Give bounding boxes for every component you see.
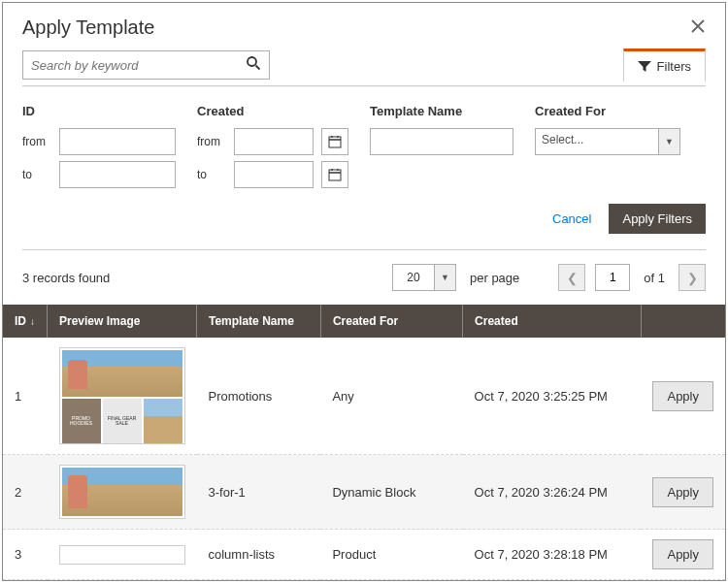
col-name[interactable]: Template Name: [197, 305, 321, 338]
search-icon[interactable]: [246, 55, 261, 75]
prev-page-button[interactable]: ❮: [558, 264, 585, 291]
filter-actions: Cancel Apply Filters: [3, 198, 725, 249]
modal-title: Apply Template: [22, 16, 154, 39]
chevron-down-icon[interactable]: ▼: [659, 128, 680, 155]
records-found: 3 records found: [22, 271, 110, 285]
cancel-link[interactable]: Cancel: [552, 211, 591, 226]
from-label: from: [197, 135, 226, 148]
id-to-input[interactable]: [59, 161, 176, 188]
col-preview[interactable]: Preview Image: [48, 305, 197, 338]
cell-created-for: Any: [320, 338, 462, 455]
table-row: 1 PROMO HOODIES FINAL GEAR SALE Promotio…: [3, 338, 725, 455]
filter-id: ID from to: [22, 104, 176, 188]
table-row: 3 column-lists Product Oct 7, 2020 3:28:…: [3, 530, 725, 580]
calendar-icon[interactable]: [321, 128, 348, 155]
toolbar: Filters: [3, 49, 725, 85]
next-page-button[interactable]: ❯: [678, 264, 706, 291]
filters-panel: ID from to Created from to Template Name…: [3, 86, 725, 198]
id-from-input[interactable]: [59, 128, 176, 155]
to-label: to: [22, 168, 51, 181]
created-from-input[interactable]: [234, 128, 314, 155]
cell-created-for: Dynamic Block: [320, 455, 462, 530]
from-label: from: [22, 135, 51, 148]
filter-created-label: Created: [197, 104, 348, 118]
to-label: to: [197, 168, 226, 181]
col-actions: [641, 305, 725, 338]
cell-created-for: Product: [320, 530, 462, 580]
cell-created: Oct 7, 2020 3:28:18 PM: [463, 530, 642, 580]
apply-row-button[interactable]: Apply: [652, 381, 713, 411]
apply-row-button[interactable]: Apply: [652, 539, 713, 569]
select-value: Select...: [535, 128, 659, 155]
search-box[interactable]: [22, 50, 270, 80]
cell-id: 2: [3, 455, 48, 530]
table-row: 2 3-for-1 Dynamic Block Oct 7, 2020 3:26…: [3, 455, 725, 530]
template-name-input[interactable]: [370, 128, 513, 155]
cell-name: 3-for-1: [197, 455, 321, 530]
filter-id-label: ID: [22, 104, 176, 118]
col-id[interactable]: ID↓: [3, 305, 48, 338]
funnel-icon: [638, 61, 651, 73]
svg-rect-1: [329, 137, 341, 147]
col-created-for[interactable]: Created For: [320, 305, 462, 338]
created-for-select[interactable]: Select... ▼: [535, 128, 680, 155]
created-to-input[interactable]: [234, 161, 314, 188]
cell-created: Oct 7, 2020 3:26:24 PM: [463, 455, 642, 530]
filter-created-for: Created For Select... ▼: [535, 104, 680, 188]
sort-down-icon: ↓: [30, 316, 35, 327]
cell-name: Promotions: [197, 338, 321, 455]
apply-template-modal: Apply Template Filters ID from to Create…: [2, 2, 726, 581]
cell-preview: [48, 530, 197, 580]
preview-thumbnail[interactable]: PROMO HOODIES FINAL GEAR SALE: [59, 347, 185, 444]
filter-created-for-label: Created For: [535, 104, 680, 118]
calendar-icon[interactable]: [321, 161, 348, 188]
modal-header: Apply Template: [3, 3, 725, 49]
apply-filters-button[interactable]: Apply Filters: [609, 204, 706, 234]
chevron-down-icon[interactable]: ▼: [435, 264, 456, 291]
templates-table: ID↓ Preview Image Template Name Created …: [3, 305, 725, 580]
svg-rect-2: [329, 170, 341, 180]
preview-thumbnail[interactable]: [59, 545, 185, 565]
cell-id: 1: [3, 338, 48, 455]
filter-name-label: Template Name: [370, 104, 513, 118]
col-created[interactable]: Created: [463, 305, 642, 338]
table-head: ID↓ Preview Image Template Name Created …: [3, 305, 725, 338]
filter-name: Template Name: [370, 104, 513, 188]
preview-thumbnail[interactable]: [59, 465, 185, 519]
close-icon[interactable]: [690, 18, 706, 38]
cell-name: column-lists: [197, 530, 321, 580]
pager-bar: 3 records found 20 ▼ per page ❮ of 1 ❯: [3, 250, 725, 305]
page-input[interactable]: [595, 264, 630, 291]
per-page-label: per page: [470, 271, 519, 285]
cell-id: 3: [3, 530, 48, 580]
search-input[interactable]: [31, 58, 246, 73]
per-page-value: 20: [392, 264, 435, 291]
filter-created: Created from to: [197, 104, 348, 188]
cell-created: Oct 7, 2020 3:25:25 PM: [463, 338, 642, 455]
apply-row-button[interactable]: Apply: [652, 477, 713, 507]
filters-tab[interactable]: Filters: [623, 49, 706, 81]
svg-point-0: [248, 57, 256, 66]
of-label: of 1: [644, 271, 665, 285]
per-page-select[interactable]: 20 ▼: [392, 264, 456, 291]
cell-preview: PROMO HOODIES FINAL GEAR SALE: [48, 338, 197, 455]
filters-tab-label: Filters: [657, 59, 691, 74]
cell-preview: [48, 455, 197, 530]
